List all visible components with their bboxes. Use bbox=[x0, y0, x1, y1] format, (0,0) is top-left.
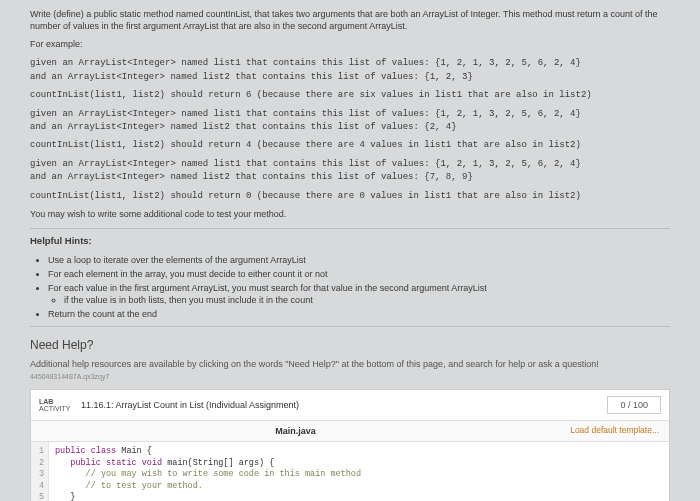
code-editor[interactable]: 1 2 3 4 5 6 7 8 public class Main { publ… bbox=[31, 442, 669, 501]
ex2-line-a: given an ArrayList<Integer> named list1 … bbox=[30, 109, 581, 119]
problem-statement: Write (define) a public static method na… bbox=[30, 8, 670, 220]
hint-item: Return the count at the end bbox=[48, 308, 670, 320]
example-2: given an ArrayList<Integer> named list1 … bbox=[30, 107, 670, 133]
line-gutter: 1 2 3 4 5 6 7 8 bbox=[31, 442, 49, 501]
file-tab-row: Main.java Load default template... bbox=[31, 421, 669, 442]
line-number: 4 bbox=[37, 481, 44, 492]
ex2-result: countInList(list1, list2) should return … bbox=[30, 139, 670, 151]
ex1-result: countInList(list1, list2) should return … bbox=[30, 89, 670, 101]
code-kw: public class bbox=[55, 446, 121, 456]
activity-title: 11.16.1: ArrayList Count in List (Indivi… bbox=[81, 399, 607, 411]
helpful-hints-section: Helpful Hints: Use a loop to iterate ove… bbox=[30, 235, 670, 321]
for-example-label: For example: bbox=[30, 38, 670, 50]
line-number: 3 bbox=[37, 469, 44, 480]
line-number: 1 bbox=[37, 446, 44, 457]
code-comment: // to test your method. bbox=[55, 481, 203, 491]
file-tab[interactable]: Main.java bbox=[31, 421, 560, 441]
code-kw: public static void bbox=[55, 458, 167, 468]
activity-label: ACTIVITY bbox=[39, 405, 73, 412]
lab-label: LAB bbox=[39, 398, 73, 405]
ex1-line-b: and an ArrayList<Integer> named list2 th… bbox=[30, 72, 473, 82]
divider bbox=[30, 326, 670, 327]
ex3-line-b: and an ArrayList<Integer> named list2 th… bbox=[30, 172, 473, 182]
hints-title: Helpful Hints: bbox=[30, 235, 670, 248]
need-help-text: Additional help resources are available … bbox=[30, 358, 670, 370]
lab-activity-box: LAB ACTIVITY 11.16.1: ArrayList Count in… bbox=[30, 389, 670, 501]
hints-list: Use a loop to iterate over the elements … bbox=[30, 254, 670, 321]
ex3-line-a: given an ArrayList<Integer> named list1 … bbox=[30, 159, 581, 169]
code-content[interactable]: public class Main { public static void m… bbox=[49, 442, 367, 501]
code-text: Main { bbox=[121, 446, 152, 456]
hint-subitem: if the value is in both lists, then you … bbox=[64, 294, 670, 306]
line-number: 5 bbox=[37, 492, 44, 501]
lab-badge: LAB ACTIVITY bbox=[39, 398, 73, 412]
hint-item: Use a loop to iterate over the elements … bbox=[48, 254, 670, 266]
code-text: main(String[] args) { bbox=[167, 458, 274, 468]
hint-text: For each value in the first argument Arr… bbox=[48, 283, 487, 293]
ex1-line-a: given an ArrayList<Integer> named list1 … bbox=[30, 58, 581, 68]
example-1: given an ArrayList<Integer> named list1 … bbox=[30, 56, 670, 82]
ex3-result: countInList(list1, list2) should return … bbox=[30, 190, 670, 202]
score-box: 0 / 100 bbox=[607, 396, 661, 414]
you-may-wish: You may wish to write some additional co… bbox=[30, 208, 670, 220]
load-default-template-link[interactable]: Load default template... bbox=[560, 421, 669, 441]
line-number: 2 bbox=[37, 458, 44, 469]
ex2-line-b: and an ArrayList<Integer> named list2 th… bbox=[30, 122, 457, 132]
intro-paragraph: Write (define) a public static method na… bbox=[30, 8, 670, 32]
divider bbox=[30, 228, 670, 229]
activity-header: LAB ACTIVITY 11.16.1: ArrayList Count in… bbox=[31, 390, 669, 421]
example-3: given an ArrayList<Integer> named list1 … bbox=[30, 157, 670, 183]
hint-sublist: if the value is in both lists, then you … bbox=[48, 294, 670, 306]
code-comment: // you may wish to write some code in th… bbox=[55, 469, 361, 479]
watermark-id: 445048314487A.qx3zqy7 bbox=[30, 372, 670, 381]
hint-item: For each value in the first argument Arr… bbox=[48, 282, 670, 306]
need-help-section: Need Help? Additional help resources are… bbox=[30, 337, 670, 381]
hint-item: For each element in the array, you must … bbox=[48, 268, 670, 280]
document-page: Write (define) a public static method na… bbox=[0, 0, 700, 501]
need-help-title: Need Help? bbox=[30, 337, 670, 353]
code-text: } bbox=[55, 492, 75, 501]
